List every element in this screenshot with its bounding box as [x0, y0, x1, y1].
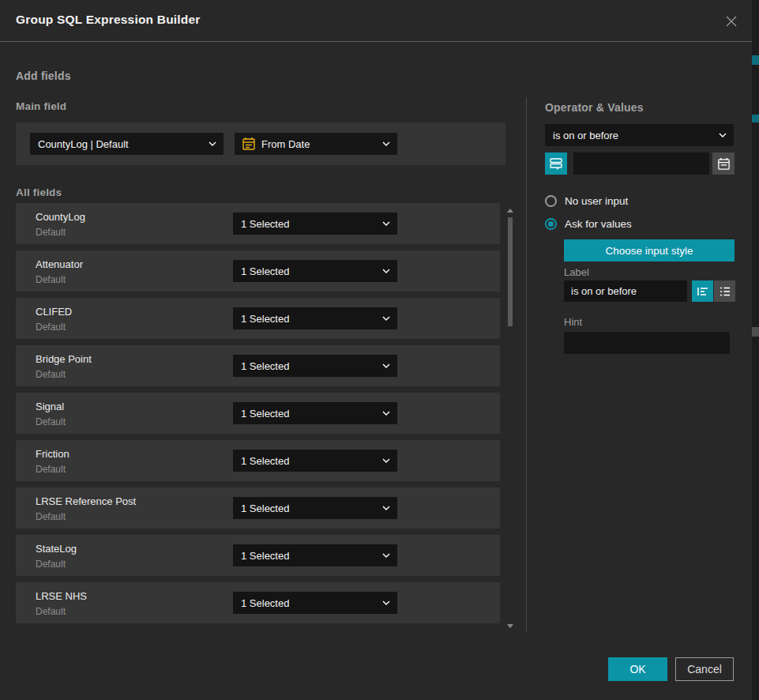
list-icon	[718, 284, 732, 299]
operator-select-value: is on or before	[553, 130, 618, 141]
main-field-select[interactable]: From Date	[235, 133, 397, 155]
scrollbar-thumb[interactable]	[508, 217, 513, 326]
radio-icon	[545, 195, 557, 207]
field-row: CLIFED Default 1 Selected	[16, 298, 500, 339]
radio-ask-for-values[interactable]: Ask for values	[545, 217, 632, 230]
field-subtitle: Default	[36, 559, 66, 570]
chevron-down-icon	[209, 141, 216, 146]
date-value-input[interactable]	[573, 152, 709, 175]
field-row: StateLog Default 1 Selected	[16, 535, 500, 576]
field-values-select[interactable]: 1 Selected	[233, 544, 397, 566]
chevron-down-icon	[382, 141, 390, 146]
field-row: Friction Default 1 Selected	[16, 440, 500, 481]
input-style-list-button[interactable]	[714, 280, 735, 302]
hint-heading: Hint	[564, 316, 582, 328]
chevron-down-icon	[382, 363, 390, 368]
field-values-select-value: 1 Selected	[241, 408, 289, 420]
input-style-single-button[interactable]	[692, 280, 713, 302]
field-subtitle: Default	[36, 606, 66, 617]
radio-no-user-input[interactable]: No user input	[545, 194, 628, 207]
label-input[interactable]	[564, 280, 687, 302]
cancel-button[interactable]: Cancel	[675, 657, 734, 681]
field-name: Attenuator	[36, 258, 83, 270]
field-values-select[interactable]: 1 Selected	[233, 402, 397, 424]
choose-input-style-button[interactable]: Choose input style	[564, 239, 735, 262]
main-layer-select-value: CountyLog | Default	[38, 138, 129, 150]
chevron-down-icon	[382, 600, 390, 605]
field-values-select-value: 1 Selected	[241, 455, 289, 467]
group-sql-expression-builder-dialog: Group SQL Expression Builder Add fields …	[0, 0, 752, 700]
field-values-select-value: 1 Selected	[241, 313, 289, 325]
screen: Group SQL Expression Builder Add fields …	[0, 0, 759, 700]
label-heading: Label	[564, 266, 589, 278]
chevron-down-icon	[382, 269, 390, 273]
scrollbar-down-arrow-icon[interactable]	[507, 624, 513, 628]
background-app-sliver	[752, 0, 759, 700]
field-row: LRSE Reference Post Default 1 Selected	[16, 487, 500, 529]
ok-button[interactable]: OK	[608, 657, 667, 681]
radio-label: No user input	[565, 195, 628, 207]
field-values-select-value: 1 Selected	[241, 502, 289, 514]
field-row: CountyLog Default 1 Selected	[16, 203, 500, 244]
field-values-select-value: 1 Selected	[241, 265, 289, 277]
chevron-down-icon	[719, 133, 727, 137]
align-left-icon	[696, 284, 710, 299]
background-fragment	[752, 115, 759, 122]
field-values-select[interactable]: 1 Selected	[233, 307, 397, 329]
field-name: StateLog	[36, 543, 77, 555]
chevron-down-icon	[382, 316, 390, 321]
input-type-icon	[549, 156, 563, 171]
field-name: Signal	[36, 401, 64, 412]
close-button[interactable]	[720, 10, 742, 32]
all-fields-list: CountyLog Default 1 Selected Attenuator …	[16, 203, 500, 623]
chevron-down-icon	[382, 411, 390, 416]
operator-values-heading: Operator & Values	[545, 101, 644, 114]
field-name: CLIFED	[36, 306, 72, 318]
field-name: LRSE NHS	[36, 590, 87, 602]
field-values-select-value: 1 Selected	[241, 360, 289, 372]
field-subtitle: Default	[36, 369, 66, 380]
dialog-titlebar: Group SQL Expression Builder	[0, 0, 752, 42]
add-fields-heading: Add fields	[16, 70, 71, 82]
chevron-down-icon	[382, 553, 390, 558]
radio-label: Ask for values	[565, 218, 632, 230]
background-fragment	[752, 55, 759, 65]
field-values-select-value: 1 Selected	[241, 218, 289, 230]
radio-icon	[545, 218, 557, 230]
field-row: Attenuator Default 1 Selected	[16, 250, 500, 292]
field-row: Bridge Point Default 1 Selected	[16, 345, 500, 386]
scrollbar-up-arrow-icon[interactable]	[507, 209, 513, 213]
field-row: Signal Default 1 Selected	[16, 393, 500, 434]
field-name: Bridge Point	[36, 353, 92, 365]
field-values-select[interactable]: 1 Selected	[233, 213, 397, 235]
field-values-select-value: 1 Selected	[241, 597, 289, 609]
field-name: LRSE Reference Post	[36, 495, 136, 507]
main-field-select-value: From Date	[261, 138, 310, 150]
field-name: CountyLog	[36, 211, 85, 223]
main-field-heading: Main field	[16, 100, 66, 112]
field-name: Friction	[36, 448, 70, 460]
chevron-down-icon	[382, 506, 390, 510]
field-subtitle: Default	[36, 464, 66, 475]
main-layer-select[interactable]: CountyLog | Default	[30, 133, 224, 155]
field-values-select[interactable]: 1 Selected	[233, 450, 397, 472]
chevron-down-icon	[382, 458, 390, 463]
field-values-select[interactable]: 1 Selected	[233, 592, 397, 614]
operator-select[interactable]: is on or before	[545, 124, 734, 146]
field-values-select[interactable]: 1 Selected	[233, 260, 397, 282]
field-subtitle: Default	[36, 416, 66, 427]
field-row: LRSE NHS Default 1 Selected	[16, 582, 500, 623]
field-values-select[interactable]: 1 Selected	[233, 355, 397, 377]
calendar-icon	[717, 157, 731, 171]
chevron-down-icon	[382, 221, 390, 226]
field-values-select-value: 1 Selected	[241, 550, 289, 562]
value-input-type-button[interactable]	[545, 152, 567, 175]
calendar-icon	[242, 137, 256, 151]
field-values-select[interactable]: 1 Selected	[233, 497, 397, 519]
hint-input[interactable]	[564, 332, 730, 354]
panel-divider	[526, 97, 527, 632]
date-picker-button[interactable]	[712, 152, 735, 175]
close-icon	[725, 15, 738, 28]
background-fragment	[752, 327, 759, 337]
all-fields-heading: All fields	[16, 186, 62, 198]
